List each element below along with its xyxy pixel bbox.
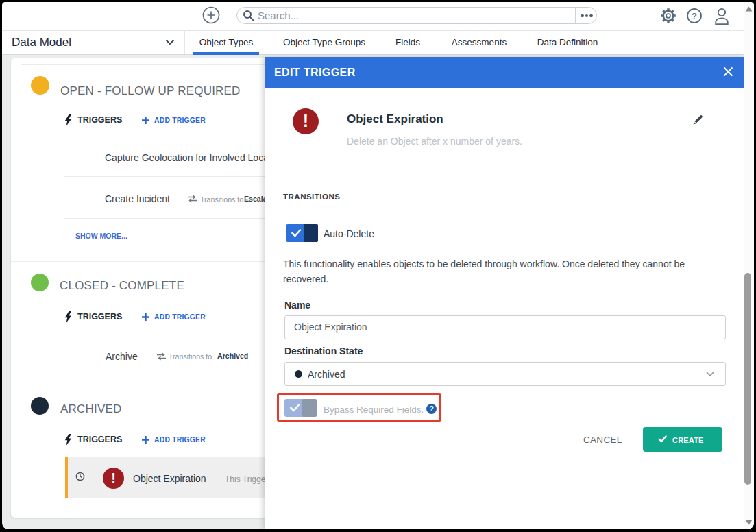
svg-text:?: ? [692, 11, 697, 21]
